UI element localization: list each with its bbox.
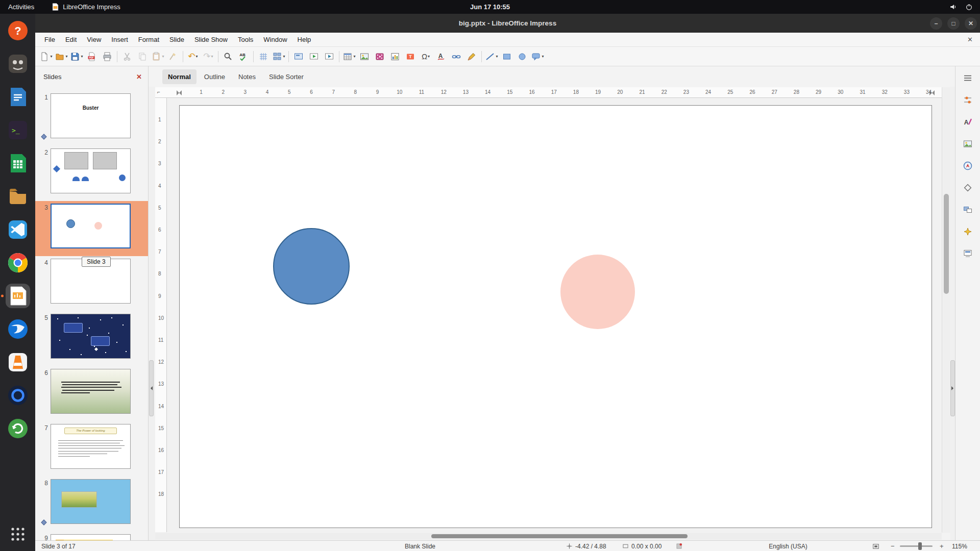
menu-slide-show[interactable]: Slide Show <box>189 33 233 46</box>
dock-software-updater[interactable] <box>6 416 30 441</box>
slide-thumbnail-1[interactable]: Buster <box>51 93 131 138</box>
tab-stop-selector[interactable]: ⌐ <box>157 89 160 95</box>
dropdown-arrow-icon[interactable]: ▾ <box>496 54 498 59</box>
sidebar-sidebar-settings-button[interactable] <box>959 69 976 87</box>
text-language[interactable]: English (USA) <box>750 541 826 551</box>
vertical-scrollbar-thumb[interactable] <box>944 194 949 294</box>
menu-slide[interactable]: Slide <box>164 33 189 46</box>
redo-button[interactable]: ↷▾ <box>201 49 216 64</box>
dock-thunderbird[interactable] <box>6 317 30 341</box>
show-sidebar-button[interactable] <box>950 360 955 416</box>
blue-circle[interactable] <box>273 228 350 305</box>
print-button[interactable] <box>100 49 115 64</box>
fit-slide-icon[interactable] <box>872 543 879 550</box>
focused-app-indicator[interactable]: LibreOffice Impress <box>52 3 120 11</box>
close-button[interactable]: ✕ <box>965 17 977 30</box>
zoom-slider[interactable] <box>900 545 933 547</box>
dropdown-arrow-icon[interactable]: ▾ <box>162 54 164 59</box>
slide-canvas[interactable] <box>179 105 932 528</box>
menu-view[interactable]: View <box>82 33 106 46</box>
menu-window[interactable]: Window <box>258 33 292 46</box>
dock-impress[interactable] <box>6 284 30 308</box>
dropdown-arrow-icon[interactable]: ▾ <box>283 54 285 59</box>
paste-button[interactable]: ▾ <box>150 49 165 64</box>
slide-thumbnail-5[interactable] <box>51 314 131 359</box>
insert-media-button[interactable] <box>372 49 387 64</box>
tab-notes[interactable]: Notes <box>233 69 261 84</box>
special-character-button[interactable]: Ω▾ <box>418 49 433 64</box>
close-document-icon[interactable]: ✕ <box>967 36 973 43</box>
dock-terminal[interactable]: >_ <box>6 118 30 142</box>
title-bar[interactable]: big.pptx - LibreOffice Impress – □ ✕ <box>35 14 980 33</box>
dropdown-arrow-icon[interactable]: ▾ <box>65 54 67 59</box>
activities-button[interactable]: Activities <box>8 3 34 11</box>
pink-circle[interactable] <box>560 255 635 329</box>
save-button[interactable]: ▾ <box>69 49 84 64</box>
slide-thumbnail-9[interactable] <box>51 534 131 540</box>
sidebar-master-slides-button[interactable] <box>959 245 976 262</box>
sidebar-shapes-button[interactable] <box>959 179 976 196</box>
zoom-in-button[interactable]: + <box>940 542 944 550</box>
zoom-level[interactable]: 115% <box>952 541 967 551</box>
callout-shapes-button[interactable]: ▾ <box>530 49 545 64</box>
insert-table-button[interactable]: ▾ <box>341 49 357 64</box>
sidebar-properties-button[interactable] <box>959 91 976 109</box>
vertical-scrollbar[interactable] <box>942 87 950 533</box>
open-button[interactable]: ▾ <box>54 49 69 64</box>
minimize-button[interactable]: – <box>930 17 942 30</box>
left-indent-marker[interactable] <box>177 90 182 95</box>
fontwork-button[interactable]: A <box>433 49 449 64</box>
display-grid-button[interactable] <box>256 49 271 64</box>
zoom-out-button[interactable]: − <box>891 542 895 550</box>
copy-button[interactable] <box>135 49 150 64</box>
horizontal-scrollbar[interactable] <box>155 533 942 540</box>
dropdown-arrow-icon[interactable]: ▾ <box>196 54 198 59</box>
tab-slide-sorter[interactable]: Slide Sorter <box>263 69 309 84</box>
undo-button[interactable]: ↶▾ <box>185 49 201 64</box>
dock-vscode[interactable] <box>6 217 30 242</box>
zoom-slider-thumb[interactable] <box>918 542 922 550</box>
power-icon[interactable] <box>965 3 973 11</box>
menu-insert[interactable]: Insert <box>106 33 133 46</box>
dock-files[interactable] <box>6 184 30 209</box>
slide-thumbnail-3[interactable] <box>51 204 131 248</box>
insert-chart-button[interactable] <box>387 49 403 64</box>
dropdown-arrow-icon[interactable]: ▾ <box>542 54 544 59</box>
dock-vlc[interactable] <box>6 350 30 374</box>
menu-format[interactable]: Format <box>133 33 164 46</box>
sidebar-slide-transition-button[interactable] <box>959 201 976 218</box>
master-slide-button[interactable] <box>291 49 306 64</box>
start-from-current-slide-button[interactable] <box>322 49 337 64</box>
clone-formatting-button[interactable] <box>165 49 181 64</box>
dropdown-arrow-icon[interactable]: ▾ <box>81 54 83 59</box>
sidebar-styles-button[interactable]: A <box>959 113 976 131</box>
symbol-shapes-button[interactable] <box>514 49 530 64</box>
menu-edit[interactable]: Edit <box>60 33 82 46</box>
dock-gimp[interactable] <box>6 52 30 76</box>
find-replace-button[interactable] <box>220 49 236 64</box>
maximize-button[interactable]: □ <box>947 17 960 30</box>
sidebar-animation-button[interactable] <box>959 223 976 240</box>
tab-outline[interactable]: Outline <box>199 69 231 84</box>
slide-thumbnail-2[interactable] <box>51 148 131 193</box>
dock-writer[interactable] <box>6 85 30 109</box>
new-button[interactable]: ▾ <box>38 49 54 64</box>
clock[interactable]: Jun 17 10:55 <box>470 3 510 11</box>
horizontal-scrollbar-thumb[interactable] <box>431 534 688 538</box>
basic-shapes-button[interactable] <box>499 49 514 64</box>
close-panel-icon[interactable]: ✕ <box>136 73 142 81</box>
sidebar-gallery-button[interactable] <box>959 135 976 153</box>
insert-image-button[interactable] <box>357 49 372 64</box>
dock-calc[interactable] <box>6 151 30 176</box>
dock-help[interactable]: ? <box>6 18 30 43</box>
dock-browser[interactable] <box>6 383 30 408</box>
spelling-button[interactable]: AB <box>236 49 251 64</box>
dropdown-arrow-icon[interactable]: ▾ <box>353 54 355 59</box>
menu-file[interactable]: File <box>39 33 60 46</box>
cut-button[interactable] <box>119 49 135 64</box>
display-views-button[interactable]: ▾ <box>271 49 286 64</box>
hide-slides-panel-button[interactable] <box>149 360 154 416</box>
insert-text-box-button[interactable]: T <box>403 49 418 64</box>
hyperlink-button[interactable] <box>449 49 464 64</box>
sidebar-navigator-button[interactable] <box>959 157 976 174</box>
